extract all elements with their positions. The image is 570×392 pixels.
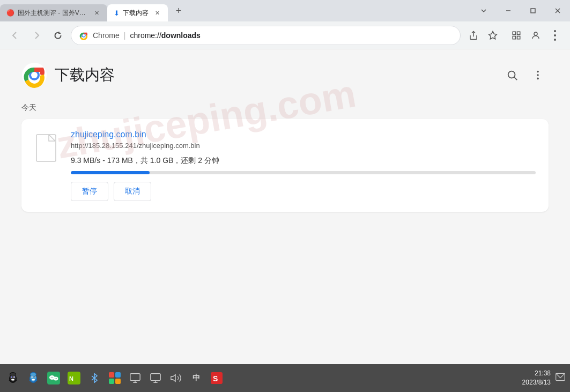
bluetooth-icon — [89, 373, 100, 383]
taskbar-icon-wechat[interactable] — [45, 369, 62, 387]
profile-button[interactable] — [527, 27, 544, 44]
color-dots-icon — [109, 372, 121, 384]
tab1-title: 国外主机测评 - 国外VPS， — [18, 9, 88, 18]
more-menu-button[interactable] — [546, 27, 564, 44]
sogou-icon: S — [211, 372, 223, 384]
qq-penguin-icon — [6, 372, 19, 384]
chrome-logo — [21, 62, 47, 88]
new-tab-button[interactable]: + — [170, 2, 187, 19]
svg-point-37 — [32, 376, 32, 377]
svg-point-20 — [537, 78, 539, 80]
tab-2[interactable]: ⬇ 下载内容 ✕ — [107, 4, 168, 21]
download-status: 9.3 MB/s - 173 MB，共 1.0 GB，还剩 2 分钟 — [71, 156, 536, 166]
taskbar-icons: N — [4, 369, 522, 387]
pause-button[interactable]: 暂停 — [71, 182, 108, 201]
tab1-close[interactable]: ✕ — [93, 9, 101, 17]
chrome-logo-icon — [79, 31, 88, 40]
nvidia-icon: N — [68, 372, 80, 384]
svg-point-19 — [537, 74, 539, 76]
page-title: 下载内容 — [55, 65, 115, 85]
svg-rect-56 — [115, 379, 121, 384]
download-item: zhujiceping.com.bin http://185.28.155.24… — [21, 119, 549, 212]
back-button[interactable] — [6, 27, 24, 44]
toolbar: Chrome | chrome://downloads — [0, 21, 570, 49]
svg-point-32 — [10, 373, 16, 376]
cancel-button[interactable]: 取消 — [114, 182, 151, 201]
downloads-header: 下载内容 — [21, 62, 549, 88]
taskbar-icon-qq1[interactable] — [4, 369, 21, 387]
tab-bar: 🔴 国外主机测评 - 国外VPS， ✕ ⬇ 下载内容 ✕ + — [0, 0, 471, 21]
more-options-button[interactable] — [527, 64, 549, 86]
taskbar-icon-monitor2[interactable] — [147, 369, 164, 387]
title-bar: 🔴 国外主机测评 - 国外VPS， ✕ ⬇ 下载内容 ✕ + — [0, 0, 570, 21]
reload-button[interactable] — [49, 27, 66, 44]
window-controls — [471, 0, 570, 21]
svg-point-16 — [508, 71, 515, 78]
taskbar-icon-bluetooth[interactable] — [86, 369, 103, 387]
window-frame: 🔴 国外主机测评 - 国外VPS， ✕ ⬇ 下载内容 ✕ + — [0, 0, 570, 392]
svg-rect-54 — [115, 372, 121, 378]
svg-point-26 — [11, 376, 12, 377]
taskbar-icon-nvidia[interactable]: N — [65, 369, 83, 387]
tab2-close[interactable]: ✕ — [153, 9, 161, 17]
downloads-title-area: 下载内容 — [21, 62, 115, 88]
svg-point-38 — [34, 376, 35, 377]
svg-point-49 — [55, 378, 55, 379]
extension-icon[interactable] — [508, 27, 525, 44]
download-actions: 暂停 取消 — [71, 182, 536, 201]
svg-point-5 — [83, 34, 85, 36]
taskbar-icon-monitor1[interactable] — [127, 369, 144, 387]
file-document-icon — [36, 134, 58, 162]
svg-point-12 — [534, 32, 537, 35]
toolbar-right — [465, 27, 564, 44]
tab2-favicon: ⬇ — [114, 9, 120, 17]
svg-rect-10 — [513, 36, 515, 39]
progress-bar-fill — [71, 171, 150, 174]
svg-marker-63 — [171, 375, 175, 382]
taskbar: N — [0, 364, 570, 392]
taskbar-right: 21:38 2023/8/13 — [522, 369, 566, 387]
volume-icon — [170, 372, 182, 384]
downloads-page: zhujiceping.com 下载内容 — [0, 49, 570, 225]
maximize-button[interactable] — [521, 0, 545, 21]
tab-1[interactable]: 🔴 国外主机测评 - 国外VPS， ✕ — [0, 4, 107, 21]
share-button[interactable] — [465, 27, 482, 44]
monitor2-icon — [150, 372, 161, 384]
taskbar-icon-volume[interactable] — [167, 369, 184, 387]
svg-rect-1 — [531, 9, 535, 13]
taskbar-icon-input-method[interactable]: 中 — [188, 369, 205, 387]
download-info: zhujiceping.com.bin http://185.28.155.24… — [71, 130, 536, 201]
chevron-down-icon[interactable] — [471, 0, 496, 21]
header-actions — [501, 64, 549, 86]
svg-rect-55 — [109, 379, 114, 384]
tab1-favicon: 🔴 — [6, 9, 14, 17]
wechat-icon — [47, 372, 60, 384]
svg-text:S: S — [213, 374, 218, 383]
close-button[interactable] — [545, 0, 570, 21]
address-chrome-label: Chrome — [93, 31, 120, 40]
search-button[interactable] — [501, 64, 523, 86]
taskbar-icon-qq2[interactable] — [25, 369, 42, 387]
bookmark-button[interactable] — [484, 27, 501, 44]
input-method-label: 中 — [193, 373, 200, 383]
qq-penguin2-icon — [27, 372, 40, 384]
svg-point-27 — [14, 376, 14, 377]
forward-button[interactable] — [28, 27, 45, 44]
svg-rect-8 — [513, 32, 515, 34]
notification-icon — [555, 372, 566, 382]
svg-rect-53 — [109, 372, 114, 378]
svg-point-18 — [537, 71, 539, 73]
address-bar[interactable]: Chrome | chrome://downloads — [71, 26, 461, 45]
file-icon — [34, 132, 60, 164]
file-name[interactable]: zhujiceping.com.bin — [71, 130, 536, 139]
taskbar-icon-sogou[interactable]: S — [208, 369, 225, 387]
menu-dot-1 — [554, 30, 556, 32]
taskbar-clock[interactable]: 21:38 2023/8/13 — [522, 369, 551, 387]
svg-marker-7 — [489, 31, 497, 39]
taskbar-icon-color[interactable] — [106, 369, 123, 387]
taskbar-notification-button[interactable] — [555, 372, 566, 385]
svg-rect-9 — [517, 32, 520, 34]
svg-point-43 — [31, 373, 36, 376]
tab2-title: 下载内容 — [123, 9, 149, 18]
minimize-button[interactable] — [496, 0, 521, 21]
